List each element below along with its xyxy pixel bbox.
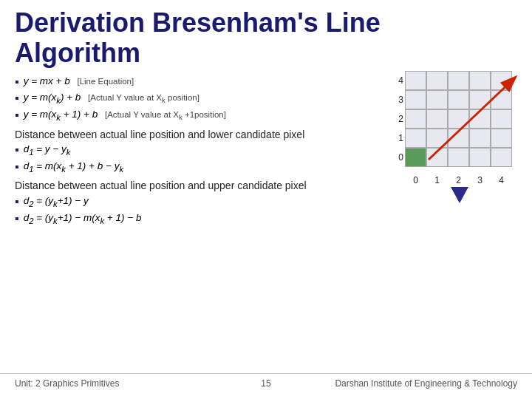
slide-title: Derivation Bresenham's Line Algorithm xyxy=(15,7,517,69)
eq2-lhs: y = m(xk) + b xyxy=(24,92,81,103)
page: Derivation Bresenham's Line Algorithm ▪ … xyxy=(0,0,532,399)
bullet-sym-d1b: ▪ xyxy=(15,160,19,174)
eq3-label: [Actual Y value at Xk +1position] xyxy=(105,110,226,119)
cell-2-4 xyxy=(491,109,512,129)
bullet-sym-d2a: ▪ xyxy=(15,194,19,208)
cell-4-2 xyxy=(448,71,469,90)
grid-row-1 xyxy=(405,129,512,148)
title-line1: Derivation Bresenham's Line xyxy=(15,7,381,38)
cell-1-2 xyxy=(448,129,469,148)
bullet-sym-2: ▪ xyxy=(15,91,19,105)
grid-row-0 xyxy=(405,148,512,167)
grid-row-3 xyxy=(405,90,512,109)
y-label-1: 1 xyxy=(392,129,403,148)
cell-1-4 xyxy=(491,129,512,148)
d1-eq2-text: d1 = m(xk + 1) + b − yk xyxy=(24,160,123,174)
footer-institute: Darshan Institute of Engineering & Techn… xyxy=(281,378,517,389)
bullet-d1-eq1: ▪ d1 = y − yk xyxy=(15,143,381,157)
grid-row-4 xyxy=(405,71,512,90)
bullet-content-1: y = mx + b [Line Equation] xyxy=(24,75,134,88)
cell-2-1 xyxy=(426,109,448,129)
y-label-0: 0 xyxy=(392,148,403,167)
bullet-d2-eq1: ▪ d2 = (yk+1) − y xyxy=(15,194,381,209)
bullet-d2-eq2: ▪ d2 = (yk+1) − m(xk + 1) − b xyxy=(15,211,381,226)
y-label-4: 4 xyxy=(392,71,403,90)
footer: Unit: 2 Graphics Primitives 15 Darshan I… xyxy=(0,373,532,393)
cell-3-3 xyxy=(469,90,491,109)
grid-area xyxy=(405,71,512,167)
bullet-eq3: ▪ y = m(xk + 1) + b [Actual Y value at X… xyxy=(15,108,381,123)
bullet-eq2: ▪ y = m(xk) + b [Actual Y value at Xk po… xyxy=(15,91,381,106)
cell-2-3 xyxy=(469,109,491,129)
bullet-sym-d1a: ▪ xyxy=(15,143,19,157)
bullet-eq1: ▪ y = mx + b [Line Equation] xyxy=(15,75,381,89)
footer-unit: Unit: 2 Graphics Primitives xyxy=(15,378,251,389)
d2-eq2-text: d2 = (yk+1) − m(xk + 1) − b xyxy=(24,211,142,226)
cell-4-4 xyxy=(491,71,512,90)
x-axis-labels: 0 1 2 3 4 xyxy=(405,175,512,185)
x-label-1: 1 xyxy=(426,175,448,185)
cell-1-3 xyxy=(469,129,491,148)
cell-0-2 xyxy=(448,148,469,167)
cell-1-0 xyxy=(405,129,426,148)
bullet-content-3: y = m(xk + 1) + b [Actual Y value at Xk … xyxy=(24,108,226,123)
cell-0-4 xyxy=(491,148,512,167)
eq3-lhs: y = m(xk + 1) + b xyxy=(24,109,98,120)
cell-2-2 xyxy=(448,109,469,129)
cell-3-0 xyxy=(405,90,426,109)
y-label-2: 2 xyxy=(392,109,403,129)
cell-0-0 xyxy=(405,148,426,167)
bullet-sym-3: ▪ xyxy=(15,108,19,122)
content-area: ▪ y = mx + b [Line Equation] ▪ y = m(xk)… xyxy=(15,75,517,228)
cell-4-3 xyxy=(469,71,491,90)
cell-0-1 xyxy=(426,148,448,167)
cell-3-1 xyxy=(426,90,448,109)
footer-page: 15 xyxy=(251,378,281,389)
bullet-d1-eq2: ▪ d1 = m(xk + 1) + b − yk xyxy=(15,160,381,174)
bullet-sym-1: ▪ xyxy=(15,75,19,89)
cell-3-2 xyxy=(448,90,469,109)
y-label-3: 3 xyxy=(392,90,403,109)
d2-eq1-text: d2 = (yk+1) − y xyxy=(24,194,89,209)
cell-1-1 xyxy=(426,129,448,148)
cell-4-0 xyxy=(405,71,426,90)
x-label-3: 3 xyxy=(469,175,491,185)
y-axis-labels: 4 3 2 1 0 xyxy=(392,71,403,167)
distance-lower-heading: Distance between actual line position an… xyxy=(15,128,381,141)
cell-4-1 xyxy=(426,71,448,90)
x-label-4: 4 xyxy=(491,175,512,185)
footer-unit-value: 2 Graphics Primitives xyxy=(35,378,119,389)
cell-0-3 xyxy=(469,148,491,167)
left-content: ▪ y = mx + b [Line Equation] ▪ y = m(xk)… xyxy=(15,75,381,228)
distance-upper-heading: Distance between actual line position an… xyxy=(15,179,381,192)
d1-eq1-text: d1 = y − yk xyxy=(24,143,71,157)
bullet-sym-d2b: ▪ xyxy=(15,211,19,225)
title-line2: Algorithm xyxy=(15,38,140,68)
chart-container: 4 3 2 1 0 xyxy=(392,71,514,185)
grid-row-2 xyxy=(405,109,512,129)
down-arrow xyxy=(451,187,468,203)
eq2-label: [Actual Y value at Xk position] xyxy=(88,93,200,102)
right-content: 4 3 2 1 0 xyxy=(388,71,517,228)
bullet-content-2: y = m(xk) + b [Actual Y value at Xk posi… xyxy=(24,91,200,106)
eq1-lhs: y = mx + b xyxy=(24,75,70,86)
eq1-label: [Line Equation] xyxy=(77,77,134,86)
x-label-0: 0 xyxy=(405,175,426,185)
x-label-2: 2 xyxy=(448,175,469,185)
cell-2-0 xyxy=(405,109,426,129)
cell-3-4 xyxy=(491,90,512,109)
